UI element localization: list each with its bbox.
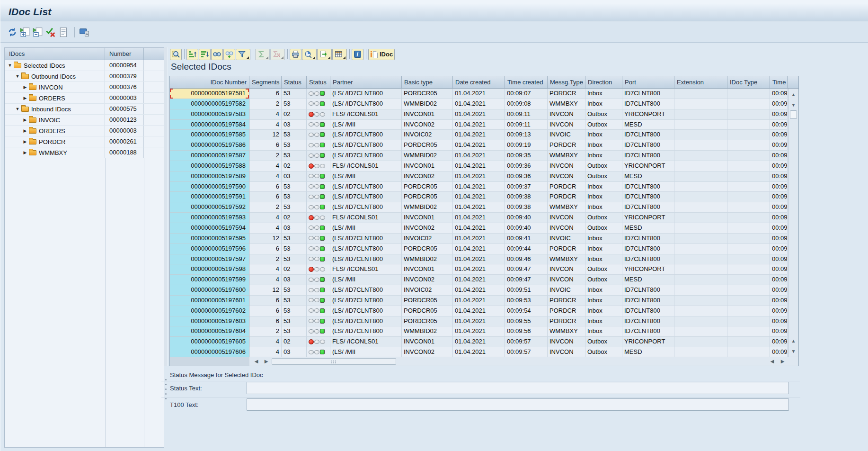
cell-time-created[interactable]: 00:09:11 xyxy=(505,109,548,120)
cell-status[interactable]: 53 xyxy=(282,192,307,202)
cell-date-created[interactable]: 01.04.2021 xyxy=(453,285,505,296)
cell-partner[interactable]: (LS/ /ID7CLNT800 xyxy=(330,130,402,140)
cell-status[interactable]: 53 xyxy=(282,234,307,244)
cell-partner[interactable]: (LS/ /ID7CLNT800 xyxy=(330,234,402,244)
cell-segments[interactable]: 12 xyxy=(249,234,282,244)
cell-segments[interactable]: 6 xyxy=(249,192,282,202)
cell-segments[interactable]: 6 xyxy=(249,316,282,327)
cell-extension[interactable] xyxy=(674,347,727,358)
cell-messg-type[interactable]: INVCON xyxy=(548,223,585,234)
cell-status[interactable]: 02 xyxy=(282,337,307,347)
cell-segments[interactable]: 6 xyxy=(249,140,282,151)
cell-port[interactable]: ID7CLNT800 xyxy=(622,234,674,244)
cell-date-created[interactable]: 01.04.2021 xyxy=(453,182,505,192)
column-header-time-13[interactable]: Time xyxy=(770,76,788,88)
cell-basic-type[interactable]: WMMBID02 xyxy=(402,202,453,213)
cell-direction[interactable]: Inbox xyxy=(585,99,622,109)
table-row[interactable]: 0000000005197590653(LS/ /ID7CLNT800PORDC… xyxy=(170,182,788,192)
cell-basic-type[interactable]: PORDCR05 xyxy=(402,192,453,202)
cell-messg-type[interactable]: INVOIC xyxy=(548,130,585,140)
table-row[interactable]: 0000000005197589403(LS/ /MIIINVCON0201.0… xyxy=(170,171,788,182)
cell-idoc-type[interactable] xyxy=(727,326,770,337)
cell-basic-type[interactable]: INVCON02 xyxy=(402,223,453,234)
table-row[interactable]: 0000000005197604253(LS/ /ID7CLNT800WMMBI… xyxy=(170,326,788,337)
cell-status[interactable]: 53 xyxy=(282,182,307,192)
cell-status[interactable]: 53 xyxy=(282,140,307,151)
cell-extension[interactable] xyxy=(674,254,727,265)
cell-messg-type[interactable]: PORDCR xyxy=(548,192,585,202)
cell-port[interactable]: YRICONPORT xyxy=(622,337,674,347)
cell-idoc-type[interactable] xyxy=(727,275,770,285)
cell-port[interactable]: ID7CLNT800 xyxy=(622,99,674,109)
subtotal-button[interactable] xyxy=(270,49,285,60)
cell-time-created[interactable]: 00:09:55 xyxy=(505,316,548,327)
cell-date-created[interactable]: 01.04.2021 xyxy=(453,254,505,265)
table-row[interactable]: 0000000005197588402FLS/ /ICONLS01INVCON0… xyxy=(170,161,788,171)
cell-basic-type[interactable]: INVOIC02 xyxy=(402,234,453,244)
table-row[interactable]: 0000000005197593402FLS/ /ICONLS01INVCON0… xyxy=(170,213,788,223)
cell-basic-type[interactable]: PORDCR05 xyxy=(402,182,453,192)
cell-messg-type[interactable]: PORDCR xyxy=(548,306,585,316)
cell-time-created[interactable]: 00:09:40 xyxy=(505,213,548,223)
cell-messg-type[interactable]: PORDCR xyxy=(548,182,585,192)
cell-extension[interactable] xyxy=(674,326,727,337)
cell-extension[interactable] xyxy=(674,213,727,223)
cell-light[interactable] xyxy=(307,99,330,109)
cell-light[interactable] xyxy=(307,140,330,151)
cell-basic-type[interactable]: PORDCR05 xyxy=(402,140,453,151)
cell-idoc-type[interactable] xyxy=(727,244,770,254)
table-row[interactable]: 0000000005197602653(LS/ /ID7CLNT800PORDC… xyxy=(170,306,788,316)
cell-idoc-type[interactable] xyxy=(727,306,770,316)
cell-idoc-type[interactable] xyxy=(727,337,770,347)
cell-partner[interactable]: (LS/ /ID7CLNT800 xyxy=(330,326,402,337)
cell-messg-type[interactable]: INVCON xyxy=(548,337,585,347)
cell-idoc[interactable]: 0000000005197605 xyxy=(170,337,249,347)
cell-idoc[interactable]: 0000000005197584 xyxy=(170,120,249,130)
cell-idoc[interactable]: 0000000005197587 xyxy=(170,151,249,161)
column-header-basic-type-5[interactable]: Basic type xyxy=(402,76,453,88)
table-row[interactable]: 00000000051976001253(LS/ /ID7CLNT800INVO… xyxy=(170,285,788,296)
cell-port[interactable]: ID7CLNT800 xyxy=(622,296,674,306)
column-header-segments-1[interactable]: Segments xyxy=(249,76,282,88)
cell-extension[interactable] xyxy=(674,99,727,109)
cell-basic-type[interactable]: INVOIC02 xyxy=(402,285,453,296)
cell-time[interactable]: 00:09 xyxy=(770,254,788,265)
cell-date-created[interactable]: 01.04.2021 xyxy=(453,130,505,140)
cell-partner[interactable]: (LS/ /ID7CLNT800 xyxy=(330,244,402,254)
cell-partner[interactable]: FLS/ /ICONLS01 xyxy=(330,161,402,171)
cell-idoc-type[interactable] xyxy=(727,316,770,327)
cell-time[interactable]: 00:09 xyxy=(770,347,788,358)
expand-arrow-icon[interactable]: ▶ xyxy=(22,85,28,90)
cell-idoc[interactable]: 0000000005197590 xyxy=(170,182,249,192)
cell-idoc[interactable]: 0000000005197588 xyxy=(170,161,249,171)
cell-basic-type[interactable]: WMMBID02 xyxy=(402,326,453,337)
cell-date-created[interactable]: 01.04.2021 xyxy=(453,171,505,182)
cell-extension[interactable] xyxy=(674,296,727,306)
cell-direction[interactable]: Inbox xyxy=(585,192,622,202)
table-row[interactable]: 0000000005197596653(LS/ /ID7CLNT800PORDC… xyxy=(170,244,788,254)
vertical-scroll-thumb[interactable] xyxy=(790,110,797,119)
cell-time-created[interactable]: 00:09:07 xyxy=(505,89,548,99)
table-row[interactable]: 0000000005197594403(LS/ /MIIINVCON0201.0… xyxy=(170,223,788,234)
cell-partner[interactable]: (LS/ /ID7CLNT800 xyxy=(330,296,402,306)
cell-direction[interactable]: Inbox xyxy=(585,254,622,265)
cell-port[interactable]: YRICONPORT xyxy=(622,264,674,275)
cell-idoc-type[interactable] xyxy=(727,264,770,275)
cell-segments[interactable]: 6 xyxy=(249,306,282,316)
cell-segments[interactable]: 12 xyxy=(249,285,282,296)
scroll-up-icon[interactable]: ▲ xyxy=(788,90,798,100)
cell-partner[interactable]: (LS/ /ID7CLNT800 xyxy=(330,254,402,265)
cell-extension[interactable] xyxy=(674,234,727,244)
cell-idoc-type[interactable] xyxy=(727,99,770,109)
cell-idoc-type[interactable] xyxy=(727,296,770,306)
cell-idoc[interactable]: 0000000005197585 xyxy=(170,130,249,140)
cell-port[interactable]: ID7CLNT800 xyxy=(622,306,674,316)
cell-status[interactable]: 53 xyxy=(282,296,307,306)
cell-date-created[interactable]: 01.04.2021 xyxy=(453,99,505,109)
cell-time-created[interactable]: 00:09:35 xyxy=(505,151,548,161)
cell-light[interactable] xyxy=(307,202,330,213)
cell-messg-type[interactable]: INVCON xyxy=(548,213,585,223)
panel-splitter[interactable] xyxy=(164,47,168,366)
cell-date-created[interactable]: 01.04.2021 xyxy=(453,140,505,151)
table-row[interactable]: 0000000005197601653(LS/ /ID7CLNT800PORDC… xyxy=(170,296,788,306)
